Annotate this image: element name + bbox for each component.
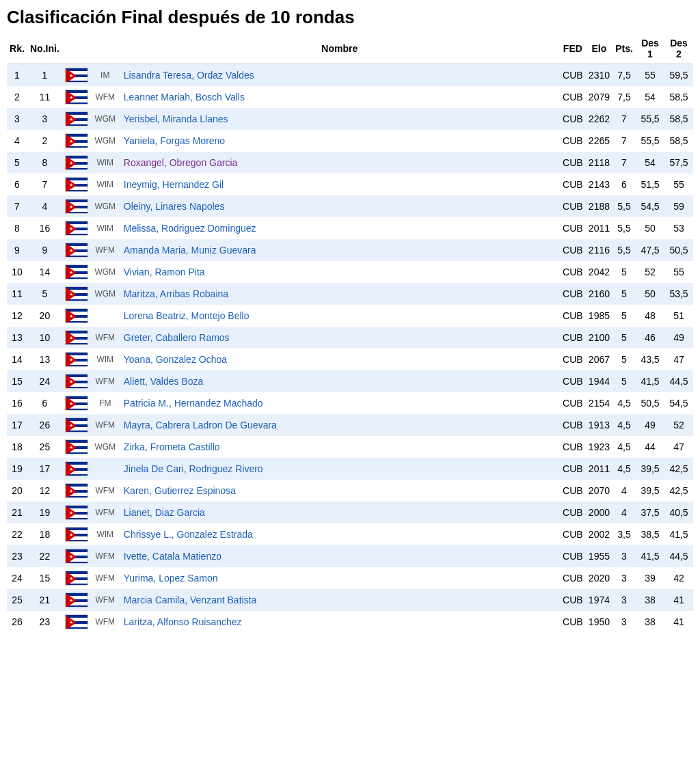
cell-des2: 49 [664,327,693,348]
cell-des2: 59,5 [664,64,693,87]
cell-fed: CUB [560,414,586,436]
cell-pts: 5 [612,348,636,370]
cell-nombre[interactable]: Lianet, Diaz Garcia [120,502,560,523]
cell-elo: 1950 [586,611,612,633]
cell-nombre[interactable]: Aliett, Valdes Boza [120,370,560,392]
cell-pts: 3 [612,589,636,611]
cell-noini: 7 [27,174,62,195]
cell-nombre[interactable]: Yoana, Gonzalez Ochoa [120,348,560,370]
cell-nombre[interactable]: Vivian, Ramon Pita [120,261,560,283]
cell-flag: ★ [62,414,91,436]
player-name-link[interactable]: Marcia Camila, Venzant Batista [124,594,257,605]
cell-nombre[interactable]: Chrissye L., Gonzalez Estrada [120,523,560,545]
cell-title: WFM [91,327,120,348]
player-name-link[interactable]: Mayra, Cabrera Ladron De Guevara [124,420,277,430]
player-name-link[interactable]: Yurima, Lopez Samon [124,573,218,584]
cell-nombre[interactable]: Karen, Gutierrez Espinosa [120,480,560,502]
cell-noini: 12 [27,480,62,502]
cell-nombre[interactable]: Yurima, Lopez Samon [120,567,560,589]
cell-flag: ★ [62,283,91,305]
cuba-flag-icon: ★ [65,264,88,279]
table-row: 67 ★ WIMIneymig, Hernandez GilCUB2143651… [7,174,693,195]
player-name-link[interactable]: Ineymig, Hernandez Gil [124,179,224,190]
player-name-link[interactable]: Oleiny, Linares Napoles [124,201,225,212]
player-name-link[interactable]: Lisandra Teresa, Ordaz Valdes [124,70,254,81]
cell-nombre[interactable]: Leannet Mariah, Bosch Valls [120,86,560,108]
player-name-link[interactable]: Greter, Caballero Ramos [124,332,230,343]
cell-nombre[interactable]: Laritza, Alfonso Ruisanchez [120,611,560,633]
cell-flag: ★ [62,567,91,589]
cell-nombre[interactable]: Maritza, Arribas Robaina [120,283,560,305]
player-name-link[interactable]: Ivette, Catala Matienzo [124,551,221,562]
player-name-link[interactable]: Aliett, Valdes Boza [124,376,203,387]
cell-nombre[interactable]: Ivette, Catala Matienzo [120,545,560,567]
cell-noini: 20 [27,305,62,327]
cell-des1: 39,5 [636,458,664,480]
player-name-link[interactable]: Laritza, Alfonso Ruisanchez [124,616,242,627]
cell-rk: 14 [7,348,27,370]
cell-nombre[interactable]: Melissa, Rodriguez Dominguez [120,217,560,239]
cell-flag: ★ [62,174,91,195]
cell-rk: 8 [7,217,27,239]
table-row: 1726 ★ WFMMayra, Cabrera Ladron De Gueva… [7,414,693,436]
cell-pts: 3 [612,611,636,633]
header-nombre: Nombre [120,33,560,64]
player-name-link[interactable]: Patricia M., Hernandez Machado [124,398,263,409]
cell-noini: 17 [27,458,62,480]
cell-rk: 6 [7,174,27,195]
player-name-link[interactable]: Melissa, Rodriguez Dominguez [124,223,256,234]
player-name-link[interactable]: Lorena Beatriz, Montejo Bello [124,310,250,321]
table-row: 2218 ★ WIMChrissye L., Gonzalez EstradaC… [7,523,693,545]
table-row: 99 ★ WFMAmanda Maria, Muniz GuevaraCUB21… [7,239,693,261]
cell-pts: 4,5 [612,458,636,480]
header-noini: No.Ini. [27,33,62,64]
cell-nombre[interactable]: Amanda Maria, Muniz Guevara [120,239,560,261]
player-name-link[interactable]: Karen, Gutierrez Espinosa [124,485,236,496]
header-des1: Des 1 [636,33,664,64]
page-title: Clasificación Final después de 10 rondas [7,7,693,28]
cell-nombre[interactable]: Yaniela, Forgas Moreno [120,130,560,152]
player-name-link[interactable]: Maritza, Arribas Robaina [124,288,228,299]
cell-noini: 13 [27,348,62,370]
player-name-link[interactable]: Amanda Maria, Muniz Guevara [124,245,256,256]
player-name-link[interactable]: Yaniela, Forgas Moreno [124,135,225,146]
player-name-link[interactable]: Roxangel, Obregon Garcia [124,157,238,168]
cell-flag: ★ [62,108,91,130]
cell-nombre[interactable]: Greter, Caballero Ramos [120,327,560,348]
player-name-link[interactable]: Yerisbel, Miranda Llanes [124,113,228,124]
cell-nombre[interactable]: Roxangel, Obregon Garcia [120,152,560,174]
cell-nombre[interactable]: Lorena Beatriz, Montejo Bello [120,305,560,327]
cell-nombre[interactable]: Lisandra Teresa, Ordaz Valdes [120,64,560,87]
cell-nombre[interactable]: Jinela De Cari, Rodriguez Rivero [120,458,560,480]
cell-elo: 2188 [586,195,612,217]
cuba-flag-icon: ★ [65,549,88,564]
cell-noini: 23 [27,611,62,633]
cell-nombre[interactable]: Patricia M., Hernandez Machado [120,392,560,414]
player-name-link[interactable]: Jinela De Cari, Rodriguez Rivero [124,463,263,474]
cell-rk: 18 [7,436,27,458]
player-name-link[interactable]: Chrissye L., Gonzalez Estrada [124,529,253,540]
cell-nombre[interactable]: Zirka, Frometa Castillo [120,436,560,458]
cell-elo: 2265 [586,130,612,152]
cell-title: WFM [91,86,120,108]
cell-nombre[interactable]: Ineymig, Hernandez Gil [120,174,560,195]
cell-fed: CUB [560,567,586,589]
cell-nombre[interactable]: Marcia Camila, Venzant Batista [120,589,560,611]
table-row: 1310 ★ WFMGreter, Caballero RamosCUB2100… [7,327,693,348]
cuba-flag-icon: ★ [65,308,88,323]
cell-nombre[interactable]: Oleiny, Linares Napoles [120,195,560,217]
cell-elo: 2070 [586,480,612,502]
cell-flag: ★ [62,64,91,87]
player-name-link[interactable]: Zirka, Frometa Castillo [124,441,220,452]
cell-des1: 54 [636,152,664,174]
player-name-link[interactable]: Lianet, Diaz Garcia [124,507,205,518]
player-name-link[interactable]: Yoana, Gonzalez Ochoa [124,354,227,365]
player-name-link[interactable]: Leannet Mariah, Bosch Valls [124,92,245,102]
cell-nombre[interactable]: Yerisbel, Miranda Llanes [120,108,560,130]
table-row: 11 ★ IMLisandra Teresa, Ordaz ValdesCUB2… [7,64,693,87]
cell-pts: 7 [612,130,636,152]
cell-des2: 52 [664,414,693,436]
player-name-link[interactable]: Vivian, Ramon Pita [124,266,205,277]
cell-des1: 44 [636,436,664,458]
cell-nombre[interactable]: Mayra, Cabrera Ladron De Guevara [120,414,560,436]
